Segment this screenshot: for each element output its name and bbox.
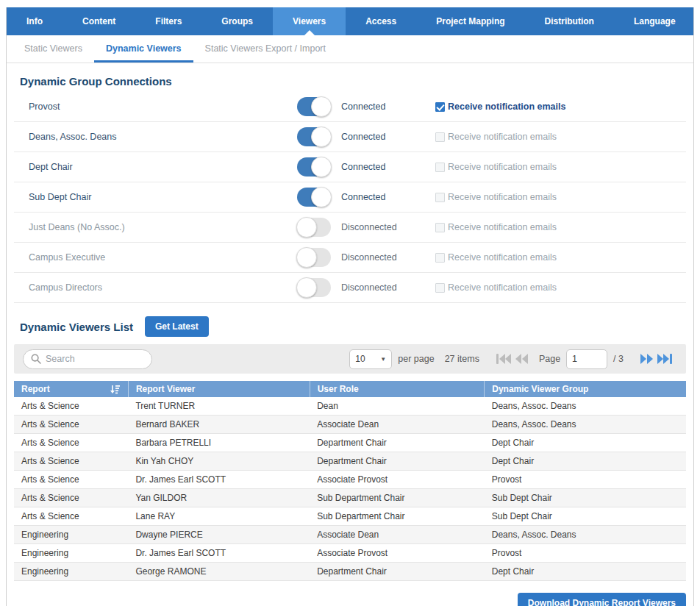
nav-tab-access[interactable]: Access [346, 7, 416, 35]
last-page-icon[interactable] [657, 353, 673, 365]
table-cell: Lane RAY [128, 507, 310, 526]
connection-row-campus-executive: Campus ExecutiveDisconnectedReceive noti… [14, 243, 686, 273]
connection-row-dept-chair: Dept ChairConnectedReceive notification … [14, 152, 686, 182]
table-cell: George RAMONE [128, 563, 310, 581]
nav-tab-distribution[interactable]: Distribution [525, 7, 614, 35]
sort-icon [110, 384, 121, 394]
notify-label: Receive notification emails [448, 162, 557, 172]
connection-toggle[interactable] [297, 278, 331, 297]
page-total: / 3 [613, 354, 624, 364]
notify-checkbox[interactable] [435, 253, 445, 263]
table-header-row: Report Report Viewer Use [14, 381, 686, 397]
connection-status: Connected [341, 162, 435, 172]
nav-tab-publish[interactable]: Publish [696, 7, 700, 35]
column-header-report-viewer[interactable]: Report Viewer [128, 381, 310, 397]
search-input[interactable] [46, 354, 141, 364]
nav-tab-viewers[interactable]: Viewers [273, 7, 346, 35]
table-row: Arts & ScienceLane RAYSub Department Cha… [14, 507, 686, 526]
toggle-knob-icon [311, 96, 332, 117]
nav-tab-language[interactable]: Language [614, 7, 696, 35]
table-cell: Sub Dept Chair [485, 489, 686, 507]
next-page-icon[interactable] [640, 353, 654, 365]
connection-row-provost: ProvostConnectedReceive notification ema… [14, 92, 686, 122]
table-cell: Deans, Assoc. Deans [485, 526, 686, 544]
search-box[interactable] [23, 349, 152, 369]
table-cell: Barbara PETRELLI [128, 434, 310, 452]
column-header-user-role[interactable]: User Role [310, 381, 485, 397]
notify-label: Receive notification emails [448, 101, 565, 112]
notify-group: Receive notification emails [435, 282, 557, 293]
connection-toggle[interactable] [297, 157, 331, 177]
notify-group: Receive notification emails [435, 132, 557, 142]
notify-checkbox[interactable] [435, 193, 445, 202]
connection-status: Disconnected [341, 252, 435, 263]
table-cell: Bernard BAKER [128, 416, 310, 434]
subtab-static-viewers-export-import[interactable]: Static Viewers Export / Import [193, 35, 338, 63]
table-cell: Trent TURNER [128, 397, 310, 416]
download-dynamic-report-viewers-button[interactable]: Download Dynamic Report Viewers [518, 593, 686, 606]
first-page-icon[interactable] [496, 353, 512, 365]
page-number-input[interactable] [566, 349, 607, 369]
get-latest-button[interactable]: Get Latest [145, 316, 209, 337]
table-cell: Dr. James Earl SCOTT [128, 471, 310, 489]
table-cell: Arts & Science [14, 507, 128, 526]
notify-label: Receive notification emails [448, 252, 557, 263]
notify-group: Receive notification emails [435, 101, 565, 112]
connection-toggle[interactable] [297, 127, 331, 146]
column-header-dynamic-viewer-group[interactable]: Dynamic Viewer Group [485, 381, 686, 397]
toggle-knob-icon [296, 247, 317, 268]
notify-label: Receive notification emails [448, 222, 557, 232]
connection-row-campus-directors: Campus DirectorsDisconnectedReceive noti… [14, 273, 686, 303]
notify-checkbox[interactable] [435, 223, 445, 232]
items-count: 27 items [445, 354, 479, 364]
table-cell: Dean [310, 397, 485, 416]
sub-nav: Static ViewersDynamic ViewersStatic View… [7, 35, 693, 63]
table-cell: Dept Chair [485, 452, 686, 471]
table-cell: Kin Yah CHOY [128, 452, 310, 471]
connection-status: Disconnected [341, 222, 435, 232]
prev-page-icon[interactable] [515, 353, 529, 365]
table-toolbar: 10 ▼ per page 27 items [14, 344, 686, 374]
notify-label: Receive notification emails [448, 192, 557, 202]
subtab-dynamic-viewers[interactable]: Dynamic Viewers [94, 35, 193, 63]
nav-tab-info[interactable]: Info [7, 7, 63, 35]
connection-name: Deans, Assoc. Deans [14, 132, 297, 142]
connection-toggle[interactable] [297, 248, 331, 267]
table-cell: Department Chair [310, 452, 485, 471]
table-cell: Arts & Science [14, 452, 128, 471]
nav-tab-filters[interactable]: Filters [135, 7, 201, 35]
table-row: Arts & ScienceDr. James Earl SCOTTAssoci… [14, 471, 686, 489]
viewers-table: Report Report Viewer Use [14, 381, 686, 581]
notify-checkbox[interactable] [435, 132, 445, 142]
nav-tab-groups[interactable]: Groups [201, 7, 273, 35]
notify-group: Receive notification emails [435, 222, 557, 232]
connections-title: Dynamic Group Connections [20, 75, 686, 88]
notify-checkbox[interactable] [435, 163, 445, 172]
table-row: Arts & ScienceBernard BAKERAssociate Dea… [14, 416, 686, 434]
per-page-select[interactable]: 10 ▼ [349, 349, 392, 369]
nav-tab-content[interactable]: Content [63, 7, 135, 35]
table-cell: Engineering [14, 526, 128, 544]
table-cell: Dwayne PIERCE [128, 526, 310, 544]
per-page-value: 10 [355, 354, 365, 364]
toggle-knob-icon [296, 217, 317, 238]
connection-toggle[interactable] [297, 188, 331, 207]
connection-toggle[interactable] [297, 97, 331, 116]
main-content: Dynamic Group Connections ProvostConnect… [7, 75, 693, 606]
connection-row-just-deans-no-assoc: Just Deans (No Assoc.)DisconnectedReceiv… [14, 213, 686, 243]
table-cell: Provost [485, 471, 686, 489]
connection-name: Sub Dept Chair [14, 192, 297, 202]
notify-checkbox[interactable] [435, 102, 445, 112]
column-label: Report [21, 384, 50, 394]
viewers-list-title: Dynamic Viewers List [20, 321, 133, 333]
per-page-label: per page [398, 354, 434, 364]
connection-status: Connected [341, 132, 435, 142]
connection-toggle[interactable] [297, 218, 331, 237]
nav-tab-project-mapping[interactable]: Project Mapping [416, 7, 524, 35]
column-header-report[interactable]: Report [14, 381, 128, 397]
table-row: Arts & ScienceTrent TURNERDeanDeans, Ass… [14, 397, 686, 416]
notify-checkbox[interactable] [435, 283, 445, 293]
notify-group: Receive notification emails [435, 192, 557, 202]
subtab-static-viewers[interactable]: Static Viewers [12, 35, 94, 63]
chevron-down-icon: ▼ [380, 356, 386, 363]
